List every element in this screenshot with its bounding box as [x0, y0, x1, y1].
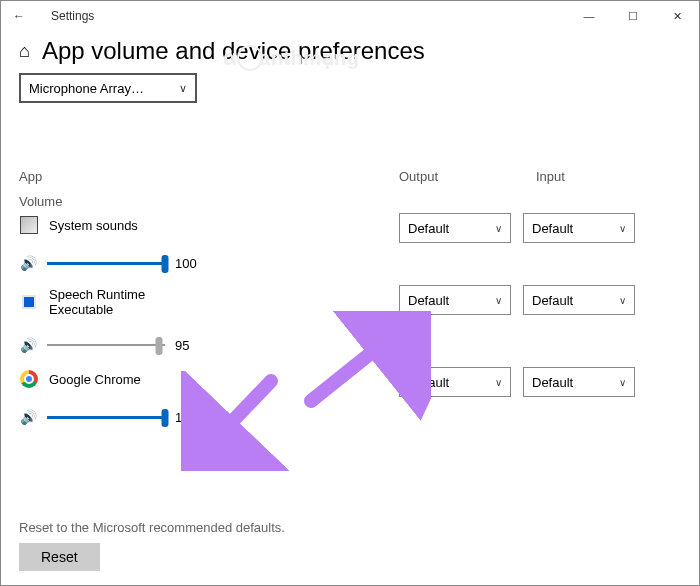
- chevron-down-icon: ∨: [495, 295, 502, 306]
- app-row: Google Chrome🔊100Default∨Default∨: [19, 365, 681, 429]
- input-device-dropdown[interactable]: Default∨: [523, 213, 635, 243]
- input-device-text: Microphone Array…: [29, 81, 144, 96]
- app-icon: [19, 369, 39, 389]
- volume-value: 95: [175, 338, 189, 353]
- input-device-dropdown[interactable]: Default∨: [523, 367, 635, 397]
- chevron-down-icon: ∨: [619, 295, 626, 306]
- output-device-dropdown[interactable]: Default∨: [399, 285, 511, 315]
- app-name-label: Speech Runtime Executable: [49, 287, 199, 317]
- reset-description: Reset to the Microsoft recommended defau…: [19, 520, 285, 535]
- volume-icon[interactable]: 🔊: [19, 337, 37, 353]
- volume-icon[interactable]: 🔊: [19, 409, 37, 425]
- column-subheader-volume: Volume: [19, 194, 681, 209]
- volume-value: 100: [175, 256, 197, 271]
- dropdown-value: Default: [408, 375, 449, 390]
- app-icon: [19, 292, 39, 312]
- app-row: System sounds🔊100Default∨Default∨: [19, 211, 681, 275]
- column-header-output: Output: [399, 169, 524, 184]
- app-name-label: Google Chrome: [49, 372, 141, 387]
- output-device-dropdown[interactable]: Default∨: [399, 213, 511, 243]
- volume-value: 100: [175, 410, 197, 425]
- dropdown-value: Default: [408, 221, 449, 236]
- volume-slider[interactable]: [47, 337, 165, 353]
- home-icon[interactable]: ⌂: [19, 42, 30, 60]
- volume-slider[interactable]: [47, 255, 165, 271]
- output-device-dropdown[interactable]: Default∨: [399, 367, 511, 397]
- chevron-down-icon: ∨: [619, 223, 626, 234]
- app-row: Speech Runtime Executable🔊95Default∨Defa…: [19, 283, 681, 357]
- chevron-down-icon: ∨: [495, 377, 502, 388]
- chevron-down-icon: ∨: [495, 223, 502, 234]
- titlebar: ← Settings — ☐ ✕: [1, 1, 699, 31]
- app-icon: [19, 215, 39, 235]
- minimize-button[interactable]: —: [567, 1, 611, 31]
- close-button[interactable]: ✕: [655, 1, 699, 31]
- input-device-combo[interactable]: Microphone Array… ∨: [19, 73, 197, 103]
- reset-button[interactable]: Reset: [19, 543, 100, 571]
- chevron-down-icon: ∨: [619, 377, 626, 388]
- volume-slider[interactable]: [47, 409, 165, 425]
- window-title: Settings: [51, 9, 94, 23]
- column-header-input: Input: [536, 169, 661, 184]
- app-name-label: System sounds: [49, 218, 138, 233]
- volume-icon[interactable]: 🔊: [19, 255, 37, 271]
- dropdown-value: Default: [532, 375, 573, 390]
- chevron-down-icon: ∨: [179, 82, 187, 95]
- dropdown-value: Default: [532, 221, 573, 236]
- page-title: App volume and device preferences: [42, 37, 425, 65]
- back-button[interactable]: ←: [9, 9, 29, 23]
- dropdown-value: Default: [408, 293, 449, 308]
- column-header-app: App: [19, 169, 399, 184]
- dropdown-value: Default: [532, 293, 573, 308]
- maximize-button[interactable]: ☐: [611, 1, 655, 31]
- input-device-dropdown[interactable]: Default∨: [523, 285, 635, 315]
